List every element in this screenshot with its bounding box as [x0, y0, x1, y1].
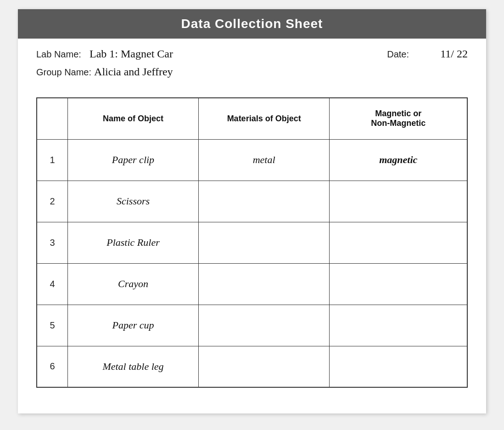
lab-value: Lab 1: Magnet Car	[90, 48, 173, 60]
page: Data Collection Sheet Lab Name: Lab 1: M…	[18, 9, 486, 413]
row-materials	[198, 263, 330, 305]
row-materials	[198, 222, 330, 263]
table-row: 2Scissors	[37, 181, 467, 222]
row-number: 6	[37, 346, 68, 387]
meta-section: Lab Name: Lab 1: Magnet Car Date: 11/ 22…	[18, 39, 486, 88]
table-header-row: Name of Object Materials of Object Magne…	[37, 98, 467, 139]
data-table: Name of Object Materials of Object Magne…	[36, 97, 468, 388]
col-header-magnetic: Magnetic orNon-Magnetic	[330, 98, 467, 139]
row-materials	[198, 181, 330, 222]
row-number: 1	[37, 139, 68, 181]
table-row: 3Plastic Ruler	[37, 222, 467, 263]
table-row: 6Metal table leg	[37, 346, 467, 387]
date-label: Date:	[387, 49, 437, 60]
date-value: 11/ 22	[440, 48, 468, 60]
row-number: 3	[37, 222, 68, 263]
row-magnetic: magnetic	[330, 139, 467, 181]
row-name: Paper cup	[68, 305, 199, 346]
group-row: Group Name: Alicia and Jeffrey	[36, 66, 468, 78]
lab-row: Lab Name: Lab 1: Magnet Car Date: 11/ 22	[36, 48, 468, 60]
row-number: 5	[37, 305, 68, 346]
col-header-materials: Materials of Object	[198, 98, 330, 139]
date-section: Date: 11/ 22	[387, 48, 468, 60]
row-name: Metal table leg	[68, 346, 199, 387]
col-header-num	[37, 98, 68, 139]
row-magnetic	[330, 181, 467, 222]
group-value: Alicia and Jeffrey	[94, 66, 173, 78]
table-row: 1Paper clipmetalmagnetic	[37, 139, 467, 181]
group-label: Group Name:	[36, 67, 91, 78]
row-materials: metal	[198, 139, 330, 181]
row-magnetic	[330, 263, 467, 305]
row-magnetic	[330, 222, 467, 263]
row-number: 4	[37, 263, 68, 305]
row-name: Plastic Ruler	[68, 222, 199, 263]
page-title: Data Collection Sheet	[181, 17, 323, 31]
col-header-name: Name of Object	[68, 98, 199, 139]
row-name: Scissors	[68, 181, 199, 222]
row-materials	[198, 305, 330, 346]
table-row: 4Crayon	[37, 263, 467, 305]
row-number: 2	[37, 181, 68, 222]
row-name: Paper clip	[68, 139, 199, 181]
header-bar: Data Collection Sheet	[18, 9, 486, 39]
row-magnetic	[330, 305, 467, 346]
table-row: 5Paper cup	[37, 305, 467, 346]
row-magnetic	[330, 346, 467, 387]
row-name: Crayon	[68, 263, 199, 305]
table-container: Name of Object Materials of Object Magne…	[18, 88, 486, 402]
row-materials	[198, 346, 330, 387]
lab-label: Lab Name:	[36, 49, 87, 60]
